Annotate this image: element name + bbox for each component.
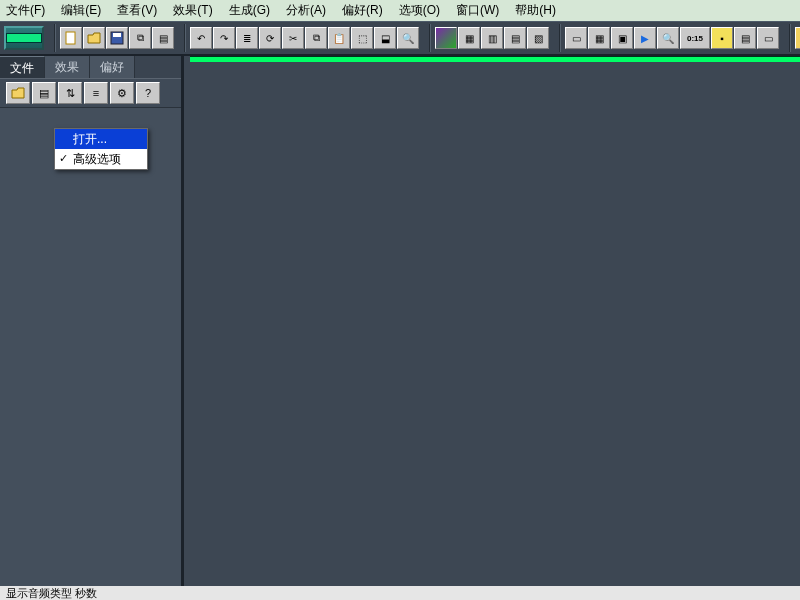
context-menu: 打开... ✓ 高级选项	[54, 128, 148, 170]
window-tile-button[interactable]: ▦	[588, 27, 610, 49]
zoom-button[interactable]: 🔍	[397, 27, 419, 49]
menu-window[interactable]: 窗口(W)	[456, 2, 499, 19]
panel-body	[0, 108, 181, 600]
panel-settings-button[interactable]: ⚙	[110, 82, 134, 104]
history-button[interactable]: ≣	[236, 27, 258, 49]
view-3-button[interactable]: ▤	[504, 27, 526, 49]
open-button[interactable]	[83, 27, 105, 49]
time-display-button[interactable]: 0:15	[680, 27, 710, 49]
tab-preferences[interactable]: 偏好	[90, 56, 135, 78]
copy-button[interactable]: ⧉	[305, 27, 327, 49]
panel-sort-button[interactable]: ⇅	[58, 82, 82, 104]
toolbar-separator	[54, 24, 56, 52]
context-menu-advanced-label: 高级选项	[73, 151, 121, 168]
save-all-button[interactable]: ⧉	[129, 27, 151, 49]
spectral-view-button[interactable]	[435, 27, 457, 49]
play-button[interactable]: ▶	[634, 27, 656, 49]
device-indicator-button[interactable]	[4, 26, 44, 50]
menu-analyze[interactable]: 分析(A)	[286, 2, 326, 19]
toolbar-separator	[789, 24, 791, 52]
grid-1-button[interactable]: ▤	[734, 27, 756, 49]
svg-rect-0	[66, 32, 75, 44]
main-toolbar: ⧉ ▤ ↶ ↷ ≣ ⟳ ✂ ⧉ 📋 ⬚ ⬓ 🔍 ▦ ▥ ▤ ▧ ▭ ▦ ▣ ▶ …	[0, 22, 800, 56]
loop-button[interactable]: 🔍	[657, 27, 679, 49]
toolbar-separator	[429, 24, 431, 52]
panel-toolbar: ▤ ⇅ ≡ ⚙ ?	[0, 78, 181, 108]
menu-options[interactable]: 选项(O)	[399, 2, 440, 19]
marker-button[interactable]: ▪	[711, 27, 733, 49]
paste-button[interactable]: 📋	[328, 27, 350, 49]
toolbar-separator	[184, 24, 186, 52]
status-text: 显示音频类型 秒数	[6, 586, 97, 601]
cut-button[interactable]: ✂	[282, 27, 304, 49]
properties-button[interactable]: ▤	[152, 27, 174, 49]
menu-effects[interactable]: 效果(T)	[173, 2, 212, 19]
redo-button[interactable]: ↷	[213, 27, 235, 49]
panel-help-button[interactable]: ?	[136, 82, 160, 104]
tab-file[interactable]: 文件	[0, 56, 45, 78]
svg-rect-2	[113, 33, 121, 37]
save-button[interactable]	[106, 27, 128, 49]
panel-tabs: 文件 效果 偏好	[0, 56, 181, 78]
view-1-button[interactable]: ▦	[458, 27, 480, 49]
repeat-button[interactable]: ⟳	[259, 27, 281, 49]
toolbar-separator	[559, 24, 561, 52]
undo-button[interactable]: ↶	[190, 27, 212, 49]
grid-2-button[interactable]: ▭	[757, 27, 779, 49]
menu-help[interactable]: 帮助(H)	[515, 2, 556, 19]
view-4-button[interactable]: ▧	[527, 27, 549, 49]
context-menu-advanced[interactable]: ✓ 高级选项	[55, 149, 147, 169]
timeline-strip[interactable]	[190, 56, 800, 62]
menu-file[interactable]: 文件(F)	[6, 2, 45, 19]
menu-generate[interactable]: 生成(G)	[229, 2, 270, 19]
tool-a-button[interactable]: ⬚	[351, 27, 373, 49]
window-cascade-button[interactable]: ▣	[611, 27, 633, 49]
status-bar: 显示音频类型 秒数	[0, 586, 800, 600]
menu-bar: 文件(F) 编辑(E) 查看(V) 效果(T) 生成(G) 分析(A) 偏好(R…	[0, 0, 800, 22]
panel-open-button[interactable]	[6, 82, 30, 104]
editor-stage	[184, 56, 800, 600]
panel-list-button[interactable]: ≡	[84, 82, 108, 104]
menu-edit[interactable]: 编辑(E)	[61, 2, 101, 19]
menu-preferences[interactable]: 偏好(R)	[342, 2, 383, 19]
device-slot-icon	[6, 33, 42, 43]
menu-view[interactable]: 查看(V)	[117, 2, 157, 19]
tool-b-button[interactable]: ⬓	[374, 27, 396, 49]
extra-tool-button[interactable]: ✦	[795, 27, 800, 49]
window-single-button[interactable]: ▭	[565, 27, 587, 49]
check-icon: ✓	[59, 152, 68, 165]
tab-effects[interactable]: 效果	[45, 56, 90, 78]
context-menu-open[interactable]: 打开...	[55, 129, 147, 149]
panel-recent-button[interactable]: ▤	[32, 82, 56, 104]
view-2-button[interactable]: ▥	[481, 27, 503, 49]
new-button[interactable]	[60, 27, 82, 49]
